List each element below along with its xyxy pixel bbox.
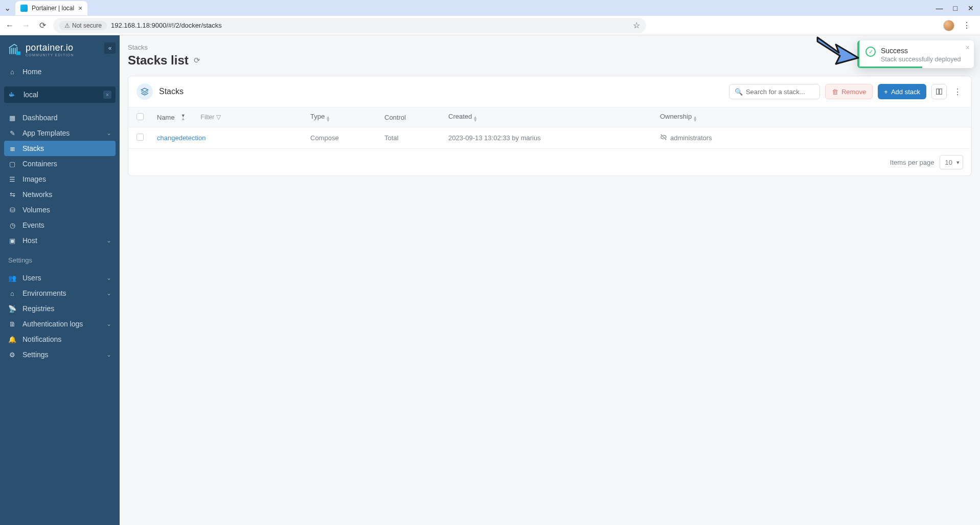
security-chip[interactable]: ⚠ Not secure	[59, 21, 107, 30]
card-title: Stacks	[159, 87, 184, 96]
home-icon: ⌂	[8, 68, 16, 76]
column-ownership[interactable]: Ownership	[660, 113, 692, 120]
sort-icon[interactable]: ▲▼	[326, 116, 330, 122]
refresh-icon[interactable]: ⟳	[194, 56, 200, 65]
annotation-arrow-icon	[813, 32, 860, 68]
sidebar-item-containers[interactable]: ▢Containers	[0, 156, 120, 171]
logs-icon: 🗎	[8, 320, 16, 328]
sidebar: portainer.io COMMUNITY EDITION « ⌂ Home …	[0, 35, 120, 525]
table-header: Name ▼▲ Filter ▽ Type▲▼ Control Created▲…	[128, 107, 971, 127]
host-icon: ▣	[8, 237, 16, 245]
gear-icon: ⚙	[8, 351, 16, 359]
cell-ownership: administrators	[670, 134, 712, 142]
brand[interactable]: portainer.io COMMUNITY EDITION	[0, 35, 120, 61]
column-control: Control	[384, 114, 406, 121]
sidebar-environment[interactable]: local ×	[4, 86, 116, 103]
address-bar[interactable]: ⚠ Not secure 192.168.1.18:9000/#!/2/dock…	[53, 18, 646, 33]
toast-title: Success	[881, 47, 961, 55]
brand-subtitle: COMMUNITY EDITION	[26, 53, 74, 57]
registries-icon: 📡	[8, 305, 16, 313]
sidebar-item-stacks[interactable]: ≣Stacks	[4, 141, 116, 156]
column-created[interactable]: Created	[448, 113, 472, 120]
select-all-checkbox[interactable]	[136, 113, 144, 120]
table-row: changedetection Compose Total 2023-09-13…	[128, 127, 971, 149]
sidebar-item-notifications[interactable]: 🔔Notifications	[0, 332, 120, 347]
settings-section-label: Settings	[0, 251, 120, 267]
sidebar-item-dashboard[interactable]: ▦Dashboard	[0, 110, 120, 125]
svg-rect-1	[9, 94, 10, 95]
docker-icon	[8, 90, 17, 99]
column-type[interactable]: Type	[310, 113, 325, 120]
networks-icon: ⇆	[8, 191, 16, 199]
stack-link[interactable]: changedetection	[157, 134, 206, 142]
search-input[interactable]	[746, 88, 814, 96]
reload-icon[interactable]: ⟳	[37, 20, 48, 30]
chevron-down-icon: ⌄	[106, 320, 111, 327]
portainer-logo-icon	[7, 42, 21, 57]
columns-toggle-button[interactable]	[931, 84, 947, 99]
sidebar-item-home[interactable]: ⌂ Home	[0, 64, 120, 79]
sidebar-item-auth-logs[interactable]: 🗎Authentication logs⌄	[0, 316, 120, 332]
cell-created: 2023-09-13 13:02:33 by marius	[448, 134, 541, 142]
bookmark-star-icon[interactable]: ☆	[633, 20, 640, 30]
success-toast: ✓ Success Stack successfully deployed ×	[857, 40, 974, 68]
svg-rect-5	[937, 89, 939, 95]
sidebar-item-registries[interactable]: 📡Registries	[0, 301, 120, 316]
nav-back-icon[interactable]: ←	[4, 21, 15, 30]
items-per-page-label: Items per page	[890, 159, 935, 166]
sort-icon[interactable]: ▼▲	[181, 114, 186, 120]
search-box[interactable]: 🔍	[729, 84, 820, 99]
portainer-favicon	[20, 5, 28, 12]
sidebar-item-volumes[interactable]: ⛁Volumes	[0, 202, 120, 217]
chevron-down-icon: ⌄	[106, 237, 111, 244]
browser-titlebar: ⌄ Portainer | local × — □ ✕	[0, 0, 980, 16]
sidebar-item-host[interactable]: ▣Host⌄	[0, 233, 120, 248]
close-icon[interactable]: ✕	[968, 4, 974, 12]
search-icon: 🔍	[735, 88, 743, 96]
sidebar-item-settings[interactable]: ⚙Settings⌄	[0, 347, 120, 362]
sidebar-item-environments[interactable]: ⌂Environments⌄	[0, 286, 120, 301]
profile-avatar[interactable]	[943, 20, 954, 31]
row-checkbox[interactable]	[136, 134, 144, 141]
add-stack-button[interactable]: + Add stack	[878, 84, 926, 99]
templates-icon: ✎	[8, 129, 16, 137]
sidebar-item-events[interactable]: ◷Events	[0, 217, 120, 233]
filter-button[interactable]: Filter ▽	[201, 114, 221, 121]
browser-menu-icon[interactable]: ⋮	[963, 20, 971, 30]
main-content: Stacks Stacks list ⟳ Stacks 🔍 🗑 Rem	[120, 35, 980, 525]
chevron-down-icon: ⌄	[106, 351, 111, 358]
environments-icon: ⌂	[8, 290, 16, 297]
minimize-icon[interactable]: —	[936, 4, 943, 12]
sidebar-item-app-templates[interactable]: ✎App Templates⌄	[0, 125, 120, 141]
trash-icon: 🗑	[832, 88, 838, 96]
eye-off-icon	[660, 134, 667, 142]
tab-list-dropdown[interactable]: ⌄	[0, 1, 14, 15]
maximize-icon[interactable]: □	[953, 4, 958, 12]
toast-close-icon[interactable]: ×	[966, 43, 970, 52]
svg-rect-6	[940, 89, 942, 95]
cell-type: Compose	[310, 134, 339, 142]
stacks-icon: ≣	[8, 145, 16, 152]
nav-forward-icon[interactable]: →	[20, 21, 32, 30]
check-circle-icon: ✓	[865, 47, 876, 57]
items-per-page-select[interactable]: 10	[940, 155, 963, 169]
sidebar-item-networks[interactable]: ⇆Networks	[0, 187, 120, 202]
tab-close-icon[interactable]: ×	[78, 4, 82, 12]
remove-button[interactable]: 🗑 Remove	[825, 84, 873, 99]
env-close-icon[interactable]: ×	[103, 91, 111, 99]
sidebar-collapse-button[interactable]: «	[104, 42, 116, 54]
browser-tab[interactable]: Portainer | local ×	[15, 1, 87, 15]
sort-icon[interactable]: ▲▼	[693, 116, 697, 122]
sort-icon[interactable]: ▲▼	[473, 116, 477, 122]
tab-title: Portainer | local	[32, 5, 74, 12]
column-name[interactable]: Name	[157, 114, 175, 121]
plus-icon: +	[884, 88, 888, 96]
users-icon: 👥	[8, 274, 16, 282]
filter-icon: ▽	[216, 114, 221, 121]
svg-rect-0	[16, 52, 21, 55]
chevron-down-icon: ⌄	[106, 274, 111, 281]
cell-control: Total	[384, 134, 398, 142]
sidebar-item-images[interactable]: ☰Images	[0, 171, 120, 187]
sidebar-item-users[interactable]: 👥Users⌄	[0, 270, 120, 286]
more-options-icon[interactable]: ⋮	[952, 84, 963, 99]
